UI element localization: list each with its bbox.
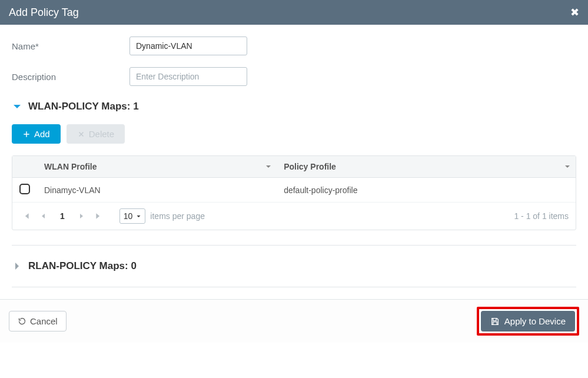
cell-wlan-profile: Dinamyc-VLAN xyxy=(37,178,277,203)
chevron-down-icon[interactable] xyxy=(265,163,272,170)
pager-perpage-value: 10 xyxy=(124,211,133,221)
table-header-label: WLAN Profile xyxy=(44,162,97,171)
close-icon[interactable]: ✖ xyxy=(570,6,579,19)
pager-prev-icon[interactable] xyxy=(37,213,49,220)
wlan-policy-section-title: WLAN-POLICY Maps: 1 xyxy=(28,101,139,112)
plus-icon xyxy=(22,130,31,138)
name-label: Name* xyxy=(12,41,129,51)
rlan-policy-section-header[interactable]: RLAN-POLICY Maps: 0 xyxy=(12,260,576,272)
table-row[interactable]: Dinamyc-VLAN default-policy-profile xyxy=(12,178,576,203)
chevron-right-icon xyxy=(12,261,28,271)
save-icon xyxy=(490,317,500,326)
apply-highlight: Apply to Device xyxy=(477,307,579,336)
pager-first-icon[interactable] xyxy=(19,212,32,220)
table-header-wlan-profile[interactable]: WLAN Profile xyxy=(37,156,277,178)
description-input[interactable] xyxy=(129,67,247,86)
rlan-policy-section-title: RLAN-POLICY Maps: 0 xyxy=(28,260,137,272)
modal-title: Add Policy Tag xyxy=(9,6,79,19)
apply-to-device-button[interactable]: Apply to Device xyxy=(481,311,575,331)
cell-policy-profile: default-policy-profile xyxy=(277,178,576,203)
divider xyxy=(12,287,576,287)
divider xyxy=(12,245,576,246)
apply-button-label: Apply to Device xyxy=(504,316,566,326)
pager-info: 1 - 1 of 1 items xyxy=(514,211,569,221)
chevron-down-icon xyxy=(12,101,28,112)
table-pager: 10 items per page 1 - 1 of 1 items xyxy=(12,202,576,230)
delete-button-label: Delete xyxy=(89,129,114,139)
chevron-down-icon[interactable] xyxy=(564,163,571,170)
cancel-button-label: Cancel xyxy=(30,316,58,326)
x-icon xyxy=(77,130,85,138)
undo-icon xyxy=(18,317,26,326)
table-header-label: Policy Profile xyxy=(284,162,336,171)
table-header-policy-profile[interactable]: Policy Profile xyxy=(277,156,576,178)
caret-down-icon xyxy=(136,214,141,219)
table-header-checkbox xyxy=(12,156,37,178)
delete-button: Delete xyxy=(67,124,125,144)
pager-perpage-label: items per page xyxy=(150,211,205,221)
pager-last-icon[interactable] xyxy=(92,212,105,220)
description-label: Description xyxy=(12,72,129,82)
cancel-button[interactable]: Cancel xyxy=(9,311,67,331)
pager-next-icon[interactable] xyxy=(76,213,88,220)
add-button-label: Add xyxy=(34,129,50,139)
add-button[interactable]: Add xyxy=(12,124,61,144)
pager-perpage-select[interactable]: 10 xyxy=(119,208,146,224)
row-checkbox[interactable] xyxy=(19,184,30,194)
name-input[interactable] xyxy=(129,37,247,55)
pager-page-input[interactable] xyxy=(54,211,71,221)
wlan-policy-table: WLAN Profile Policy Profile xyxy=(12,155,576,230)
wlan-policy-section-header[interactable]: WLAN-POLICY Maps: 1 xyxy=(12,101,576,112)
